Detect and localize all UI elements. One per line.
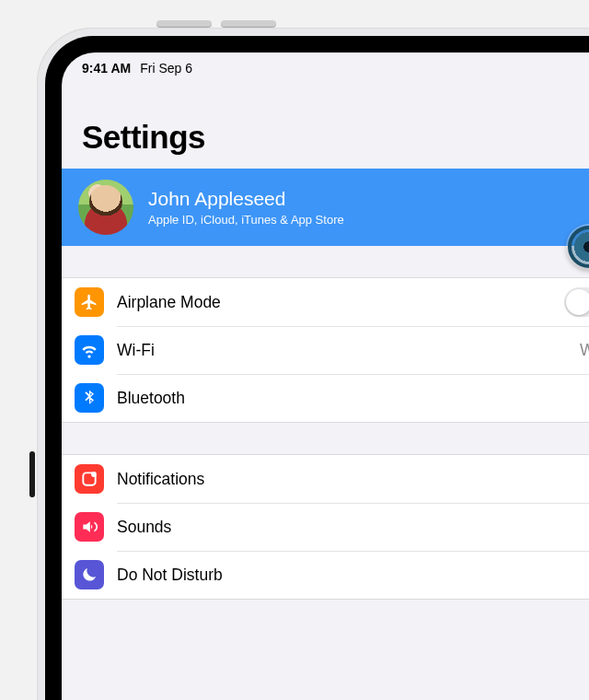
page-title: Settings xyxy=(62,84,589,169)
sounds-label: Sounds xyxy=(117,518,589,537)
svg-point-1 xyxy=(91,472,97,477)
status-date: Fri Sep 6 xyxy=(140,61,192,76)
airplane-label: Airplane Mode xyxy=(117,293,551,312)
account-name: John Appleseed xyxy=(148,188,344,210)
bluetooth-icon xyxy=(75,383,104,413)
bluetooth-label: Bluetooth xyxy=(117,389,578,408)
dnd-label: Do Not Disturb xyxy=(117,566,589,585)
notifications-icon xyxy=(75,464,104,494)
status-time: 9:41 AM xyxy=(82,61,131,76)
apple-id-row[interactable]: John Appleseed Apple ID, iCloud, iTunes … xyxy=(62,169,589,246)
avatar xyxy=(78,180,133,235)
sounds-icon xyxy=(75,512,104,542)
connectivity-group: Airplane Mode Wi-Fi WiFi Bluetooth On xyxy=(62,277,589,423)
settings-screen: 9:41 AM Fri Sep 6 Settings John Applesee… xyxy=(62,52,589,700)
airplane-icon xyxy=(75,287,104,317)
account-subtitle: Apple ID, iCloud, iTunes & App Store xyxy=(148,213,344,227)
alerts-group: Notifications Sounds Do Not Disturb xyxy=(62,454,589,600)
airplane-toggle[interactable] xyxy=(564,287,589,317)
wifi-label: Wi-Fi xyxy=(117,341,567,360)
airplane-mode-row[interactable]: Airplane Mode xyxy=(62,278,589,326)
notifications-row[interactable]: Notifications xyxy=(62,455,589,503)
bluetooth-row[interactable]: Bluetooth On xyxy=(62,374,589,422)
sounds-row[interactable]: Sounds xyxy=(62,503,589,551)
device-frame: 9:41 AM Fri Sep 6 Settings John Applesee… xyxy=(37,28,589,700)
notifications-label: Notifications xyxy=(117,470,589,489)
status-bar: 9:41 AM Fri Sep 6 xyxy=(62,52,589,84)
wifi-row[interactable]: Wi-Fi WiFi xyxy=(62,326,589,374)
moon-icon xyxy=(75,560,104,589)
wifi-icon xyxy=(75,335,104,365)
wifi-value: WiFi xyxy=(580,341,589,360)
dnd-row[interactable]: Do Not Disturb xyxy=(62,551,589,599)
